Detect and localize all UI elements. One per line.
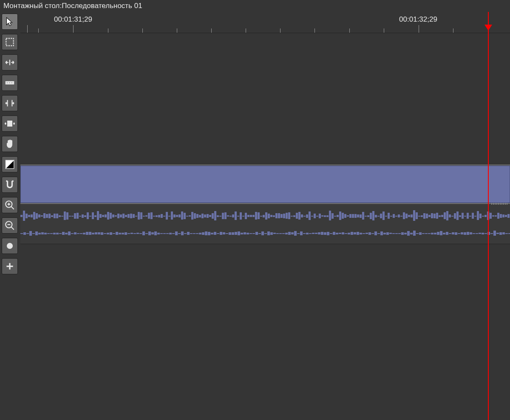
snap-tool[interactable] bbox=[2, 177, 18, 193]
audio-waveform-left bbox=[20, 207, 510, 225]
ruler-timecode: 00:01:32;29 bbox=[399, 15, 437, 24]
track-resize-handle[interactable] bbox=[491, 203, 508, 205]
pointer-icon bbox=[4, 16, 15, 27]
rate-stretch-tool[interactable] bbox=[2, 95, 18, 111]
playhead-marker-icon bbox=[484, 25, 492, 31]
video-track[interactable] bbox=[20, 165, 510, 204]
marquee-icon bbox=[4, 37, 15, 48]
razor-icon bbox=[4, 77, 15, 88]
add-tool[interactable] bbox=[2, 258, 18, 274]
stretch-icon bbox=[4, 98, 15, 109]
hand-icon bbox=[4, 138, 15, 149]
svg-point-9 bbox=[7, 243, 13, 249]
hand-tool[interactable] bbox=[2, 136, 18, 152]
record-icon bbox=[4, 240, 15, 251]
panel-title: Монтажный стол:Последовательность 01 bbox=[0, 0, 510, 12]
time-ruler[interactable]: 00:01:31;2900:01:32;29 bbox=[20, 12, 510, 33]
contrast-icon bbox=[4, 159, 15, 170]
contrast-tool[interactable] bbox=[2, 156, 18, 172]
audio-clip[interactable] bbox=[20, 204, 510, 244]
toolbar bbox=[0, 12, 20, 420]
svg-rect-5 bbox=[8, 121, 12, 127]
svg-rect-2 bbox=[6, 82, 8, 83]
marquee-tool[interactable] bbox=[2, 34, 18, 50]
plus-icon bbox=[4, 261, 15, 272]
slip-tool[interactable] bbox=[2, 116, 18, 132]
svg-rect-4 bbox=[11, 82, 12, 83]
ripple-tool[interactable] bbox=[2, 54, 18, 70]
ruler-timecode: 00:01:31;29 bbox=[54, 15, 92, 24]
ripple-icon bbox=[4, 57, 15, 68]
tracks-container bbox=[20, 33, 510, 244]
slip-icon bbox=[4, 118, 15, 129]
video-clip[interactable] bbox=[20, 166, 510, 203]
audio-waveform-right bbox=[20, 227, 510, 240]
empty-track-space bbox=[20, 33, 510, 165]
svg-rect-0 bbox=[6, 38, 13, 45]
razor-tool[interactable] bbox=[2, 75, 18, 91]
svg-rect-3 bbox=[9, 82, 10, 83]
selection-tool[interactable] bbox=[2, 14, 18, 30]
zoom-in-icon bbox=[4, 200, 15, 211]
timeline-area[interactable]: 00:01:31;2900:01:32;29 bbox=[20, 12, 510, 420]
snap-icon bbox=[4, 179, 15, 190]
zoom-out-icon bbox=[4, 220, 15, 231]
playhead[interactable] bbox=[488, 12, 489, 420]
zoom-out-tool[interactable] bbox=[2, 217, 18, 234]
record-tool[interactable] bbox=[2, 238, 18, 254]
audio-track[interactable] bbox=[20, 204, 510, 244]
zoom-in-tool[interactable] bbox=[2, 197, 18, 213]
